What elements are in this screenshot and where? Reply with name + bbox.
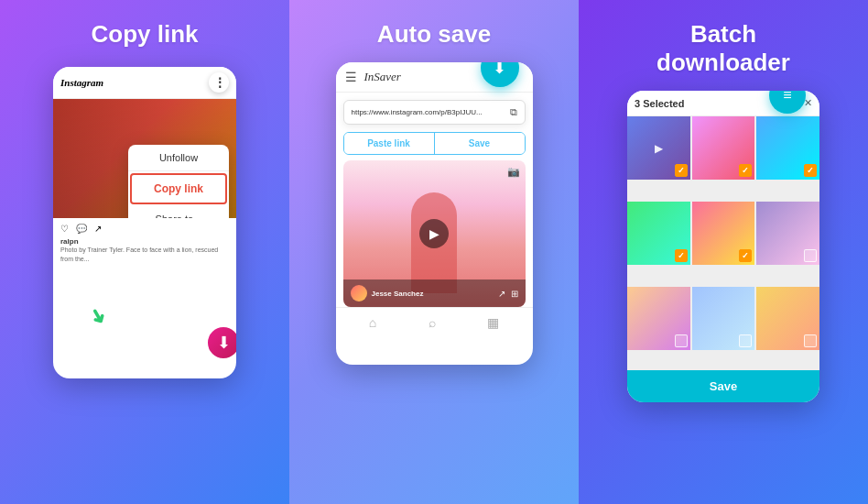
- bottom-nav: ⌂ ⌕ ▦: [336, 307, 533, 337]
- panel-3-title-line2: downloader: [656, 49, 790, 76]
- play-button[interactable]: ▶: [419, 219, 449, 248]
- home-nav-icon[interactable]: ⌂: [369, 315, 376, 330]
- copy-icon[interactable]: ⧉: [510, 106, 517, 118]
- three-dots-icon[interactable]: ⋮: [209, 72, 229, 93]
- grid-item[interactable]: [627, 287, 690, 350]
- paste-link-button[interactable]: Paste link: [344, 133, 434, 154]
- grid-item[interactable]: [756, 287, 819, 350]
- search-nav-icon[interactable]: ⌕: [429, 315, 436, 330]
- grid-checkbox[interactable]: ✓: [675, 164, 688, 177]
- insta-header: Instagram ⋮: [53, 67, 236, 99]
- grid-item[interactable]: ▶ ✓: [627, 116, 690, 180]
- panel-auto-save: Auto save ⬇ ☰ InSaver https://www.instag…: [289, 0, 579, 504]
- grid-gallery: ▶ ✓ ✓ ✓ ✓ ✓: [627, 116, 819, 370]
- panel-batch-downloader: Batch downloader ≡ 3 Selected ✓ ✕ ▶ ✓ ✓: [579, 0, 868, 504]
- download-fab-1[interactable]: ⬇: [206, 325, 236, 360]
- panel-2-title: Auto save: [359, 0, 509, 58]
- post-footer: ♡ 💬 ↗ ralpn Photo by Trainer Tyler. Face…: [53, 218, 236, 269]
- grid-checkbox[interactable]: ✓: [804, 164, 817, 177]
- share-option[interactable]: Share to...: [128, 206, 229, 218]
- grid-item[interactable]: ✓: [692, 116, 755, 180]
- phone-mockup-3: ≡ 3 Selected ✓ ✕ ▶ ✓ ✓ ✓: [627, 91, 819, 402]
- post-username: ralpn: [60, 237, 229, 246]
- app-logo: InSaver: [364, 70, 401, 84]
- grid-checkbox[interactable]: [804, 249, 817, 262]
- copy-link-option[interactable]: Copy link: [130, 173, 227, 204]
- selected-count: 3 Selected: [635, 98, 684, 109]
- action-buttons: Paste link Save: [343, 132, 526, 155]
- user-avatar: [351, 285, 367, 301]
- grid-checkbox[interactable]: [739, 334, 752, 347]
- play-overlay: ▶: [655, 142, 663, 155]
- camera-icon: 📷: [507, 166, 520, 178]
- grid-item[interactable]: ✓: [756, 116, 819, 180]
- panel-copy-link: Copy link Instagram ⋮ Unfollow Copy link…: [0, 0, 289, 504]
- grid-item[interactable]: ✓: [692, 202, 755, 265]
- url-text: https://www.instagram.com/p/B3pIJUU...: [352, 108, 510, 116]
- panel-1-title: Copy link: [72, 0, 216, 58]
- video-action-icons: ↗ ⊞: [498, 289, 518, 299]
- phone-mockup-1: Instagram ⋮ Unfollow Copy link Share to.…: [53, 67, 236, 378]
- grid-checkbox[interactable]: ✓: [739, 164, 752, 177]
- hamburger-icon[interactable]: ☰: [345, 70, 357, 84]
- grid-checkbox[interactable]: ✓: [739, 249, 752, 262]
- unfollow-option[interactable]: Unfollow: [128, 145, 229, 171]
- grid-checkbox[interactable]: ✓: [675, 249, 688, 262]
- grid-checkbox[interactable]: [675, 334, 688, 347]
- grid-nav-icon[interactable]: ▦: [487, 315, 499, 330]
- share-icon[interactable]: ↗: [498, 289, 505, 299]
- save-button[interactable]: Save: [434, 133, 525, 154]
- phone-mockup-2: ⬇ ☰ InSaver https://www.instagram.com/p/…: [336, 62, 533, 365]
- context-menu: Unfollow Copy link Share to...: [128, 145, 229, 218]
- user-name: Jesse Sanchez: [372, 290, 424, 298]
- grid-item[interactable]: [756, 202, 819, 265]
- panel-3-title-line1: Batch: [690, 20, 756, 48]
- grid-icon[interactable]: ⊞: [511, 289, 518, 299]
- post-actions: ♡ 💬 ↗: [60, 224, 229, 234]
- url-bar: https://www.instagram.com/p/B3pIJUU... ⧉: [343, 100, 526, 125]
- batch-save-button[interactable]: Save: [627, 370, 819, 402]
- user-info: Jesse Sanchez: [351, 285, 424, 301]
- panel-3-title: Batch downloader: [638, 0, 808, 86]
- video-preview: ▶ 📷 Jesse Sanchez ↗ ⊞: [343, 160, 526, 307]
- grid-item[interactable]: [692, 287, 755, 350]
- post-caption: Photo by Trainer Tyler. Face to face wit…: [60, 246, 229, 264]
- video-info-bar: Jesse Sanchez ↗ ⊞: [343, 279, 526, 307]
- post-image: Unfollow Copy link Share to... ➜: [53, 99, 236, 218]
- grid-checkbox[interactable]: [804, 334, 817, 347]
- insta-logo: Instagram: [60, 77, 103, 88]
- grid-item[interactable]: ✓: [627, 202, 690, 265]
